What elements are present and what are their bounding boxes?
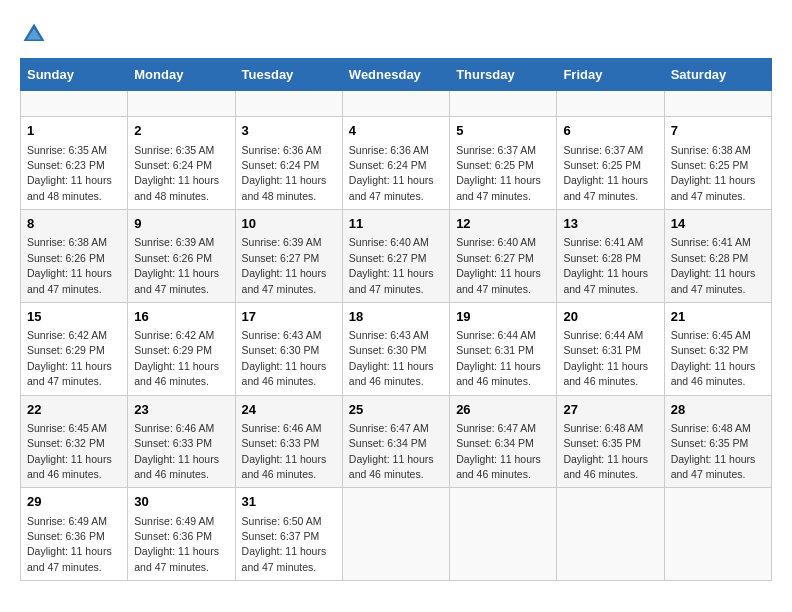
calendar-cell: 24Sunrise: 6:46 AM Sunset: 6:33 PM Dayli… [235, 395, 342, 488]
calendar-cell: 10Sunrise: 6:39 AM Sunset: 6:27 PM Dayli… [235, 210, 342, 303]
col-header-sunday: Sunday [21, 59, 128, 91]
calendar-cell [235, 91, 342, 117]
calendar-cell [342, 91, 449, 117]
calendar-cell: 22Sunrise: 6:45 AM Sunset: 6:32 PM Dayli… [21, 395, 128, 488]
day-number: 21 [671, 308, 765, 326]
day-detail: Sunrise: 6:42 AM Sunset: 6:29 PM Dayligh… [27, 329, 112, 387]
day-detail: Sunrise: 6:38 AM Sunset: 6:25 PM Dayligh… [671, 144, 756, 202]
day-detail: Sunrise: 6:45 AM Sunset: 6:32 PM Dayligh… [671, 329, 756, 387]
day-number: 20 [563, 308, 657, 326]
day-number: 7 [671, 122, 765, 140]
day-number: 14 [671, 215, 765, 233]
day-number: 9 [134, 215, 228, 233]
day-detail: Sunrise: 6:48 AM Sunset: 6:35 PM Dayligh… [563, 422, 648, 480]
day-number: 11 [349, 215, 443, 233]
day-detail: Sunrise: 6:46 AM Sunset: 6:33 PM Dayligh… [134, 422, 219, 480]
calendar-cell [128, 91, 235, 117]
day-detail: Sunrise: 6:39 AM Sunset: 6:27 PM Dayligh… [242, 236, 327, 294]
col-header-tuesday: Tuesday [235, 59, 342, 91]
calendar-cell: 23Sunrise: 6:46 AM Sunset: 6:33 PM Dayli… [128, 395, 235, 488]
day-detail: Sunrise: 6:38 AM Sunset: 6:26 PM Dayligh… [27, 236, 112, 294]
day-number: 6 [563, 122, 657, 140]
calendar-cell: 29Sunrise: 6:49 AM Sunset: 6:36 PM Dayli… [21, 488, 128, 581]
day-number: 31 [242, 493, 336, 511]
col-header-friday: Friday [557, 59, 664, 91]
page-header [20, 20, 772, 48]
day-detail: Sunrise: 6:47 AM Sunset: 6:34 PM Dayligh… [349, 422, 434, 480]
column-headers: SundayMondayTuesdayWednesdayThursdayFrid… [21, 59, 772, 91]
day-detail: Sunrise: 6:41 AM Sunset: 6:28 PM Dayligh… [671, 236, 756, 294]
day-number: 15 [27, 308, 121, 326]
day-number: 29 [27, 493, 121, 511]
day-number: 2 [134, 122, 228, 140]
calendar-cell [664, 91, 771, 117]
calendar-cell: 1Sunrise: 6:35 AM Sunset: 6:23 PM Daylig… [21, 117, 128, 210]
calendar-cell: 25Sunrise: 6:47 AM Sunset: 6:34 PM Dayli… [342, 395, 449, 488]
day-detail: Sunrise: 6:42 AM Sunset: 6:29 PM Dayligh… [134, 329, 219, 387]
calendar-cell: 12Sunrise: 6:40 AM Sunset: 6:27 PM Dayli… [450, 210, 557, 303]
day-detail: Sunrise: 6:37 AM Sunset: 6:25 PM Dayligh… [456, 144, 541, 202]
day-detail: Sunrise: 6:46 AM Sunset: 6:33 PM Dayligh… [242, 422, 327, 480]
day-number: 13 [563, 215, 657, 233]
day-number: 16 [134, 308, 228, 326]
calendar-cell: 11Sunrise: 6:40 AM Sunset: 6:27 PM Dayli… [342, 210, 449, 303]
day-number: 30 [134, 493, 228, 511]
calendar-cell [450, 91, 557, 117]
col-header-saturday: Saturday [664, 59, 771, 91]
day-number: 5 [456, 122, 550, 140]
calendar-cell [664, 488, 771, 581]
calendar-cell: 31Sunrise: 6:50 AM Sunset: 6:37 PM Dayli… [235, 488, 342, 581]
calendar-cell: 9Sunrise: 6:39 AM Sunset: 6:26 PM Daylig… [128, 210, 235, 303]
day-number: 18 [349, 308, 443, 326]
day-number: 10 [242, 215, 336, 233]
week-row-4: 22Sunrise: 6:45 AM Sunset: 6:32 PM Dayli… [21, 395, 772, 488]
day-detail: Sunrise: 6:44 AM Sunset: 6:31 PM Dayligh… [456, 329, 541, 387]
day-number: 22 [27, 401, 121, 419]
calendar-cell: 28Sunrise: 6:48 AM Sunset: 6:35 PM Dayli… [664, 395, 771, 488]
day-number: 1 [27, 122, 121, 140]
day-number: 24 [242, 401, 336, 419]
day-detail: Sunrise: 6:35 AM Sunset: 6:24 PM Dayligh… [134, 144, 219, 202]
day-detail: Sunrise: 6:47 AM Sunset: 6:34 PM Dayligh… [456, 422, 541, 480]
calendar-cell: 4Sunrise: 6:36 AM Sunset: 6:24 PM Daylig… [342, 117, 449, 210]
day-number: 27 [563, 401, 657, 419]
week-row-1: 1Sunrise: 6:35 AM Sunset: 6:23 PM Daylig… [21, 117, 772, 210]
day-detail: Sunrise: 6:43 AM Sunset: 6:30 PM Dayligh… [242, 329, 327, 387]
day-number: 28 [671, 401, 765, 419]
calendar-cell: 17Sunrise: 6:43 AM Sunset: 6:30 PM Dayli… [235, 302, 342, 395]
calendar-cell: 21Sunrise: 6:45 AM Sunset: 6:32 PM Dayli… [664, 302, 771, 395]
day-detail: Sunrise: 6:36 AM Sunset: 6:24 PM Dayligh… [242, 144, 327, 202]
week-row-3: 15Sunrise: 6:42 AM Sunset: 6:29 PM Dayli… [21, 302, 772, 395]
calendar-cell [21, 91, 128, 117]
col-header-thursday: Thursday [450, 59, 557, 91]
calendar-cell: 14Sunrise: 6:41 AM Sunset: 6:28 PM Dayli… [664, 210, 771, 303]
day-number: 3 [242, 122, 336, 140]
day-number: 12 [456, 215, 550, 233]
day-detail: Sunrise: 6:40 AM Sunset: 6:27 PM Dayligh… [349, 236, 434, 294]
calendar-cell: 27Sunrise: 6:48 AM Sunset: 6:35 PM Dayli… [557, 395, 664, 488]
calendar-cell: 26Sunrise: 6:47 AM Sunset: 6:34 PM Dayli… [450, 395, 557, 488]
day-detail: Sunrise: 6:49 AM Sunset: 6:36 PM Dayligh… [134, 515, 219, 573]
calendar-cell: 5Sunrise: 6:37 AM Sunset: 6:25 PM Daylig… [450, 117, 557, 210]
day-detail: Sunrise: 6:40 AM Sunset: 6:27 PM Dayligh… [456, 236, 541, 294]
week-row-0 [21, 91, 772, 117]
calendar-cell [342, 488, 449, 581]
day-detail: Sunrise: 6:36 AM Sunset: 6:24 PM Dayligh… [349, 144, 434, 202]
calendar-cell: 2Sunrise: 6:35 AM Sunset: 6:24 PM Daylig… [128, 117, 235, 210]
calendar-cell: 15Sunrise: 6:42 AM Sunset: 6:29 PM Dayli… [21, 302, 128, 395]
col-header-monday: Monday [128, 59, 235, 91]
day-number: 8 [27, 215, 121, 233]
day-detail: Sunrise: 6:39 AM Sunset: 6:26 PM Dayligh… [134, 236, 219, 294]
day-number: 25 [349, 401, 443, 419]
calendar-cell: 6Sunrise: 6:37 AM Sunset: 6:25 PM Daylig… [557, 117, 664, 210]
day-number: 17 [242, 308, 336, 326]
day-detail: Sunrise: 6:44 AM Sunset: 6:31 PM Dayligh… [563, 329, 648, 387]
day-detail: Sunrise: 6:41 AM Sunset: 6:28 PM Dayligh… [563, 236, 648, 294]
day-detail: Sunrise: 6:48 AM Sunset: 6:35 PM Dayligh… [671, 422, 756, 480]
day-number: 19 [456, 308, 550, 326]
day-detail: Sunrise: 6:45 AM Sunset: 6:32 PM Dayligh… [27, 422, 112, 480]
day-detail: Sunrise: 6:43 AM Sunset: 6:30 PM Dayligh… [349, 329, 434, 387]
calendar-cell: 8Sunrise: 6:38 AM Sunset: 6:26 PM Daylig… [21, 210, 128, 303]
day-detail: Sunrise: 6:50 AM Sunset: 6:37 PM Dayligh… [242, 515, 327, 573]
calendar-cell [557, 488, 664, 581]
